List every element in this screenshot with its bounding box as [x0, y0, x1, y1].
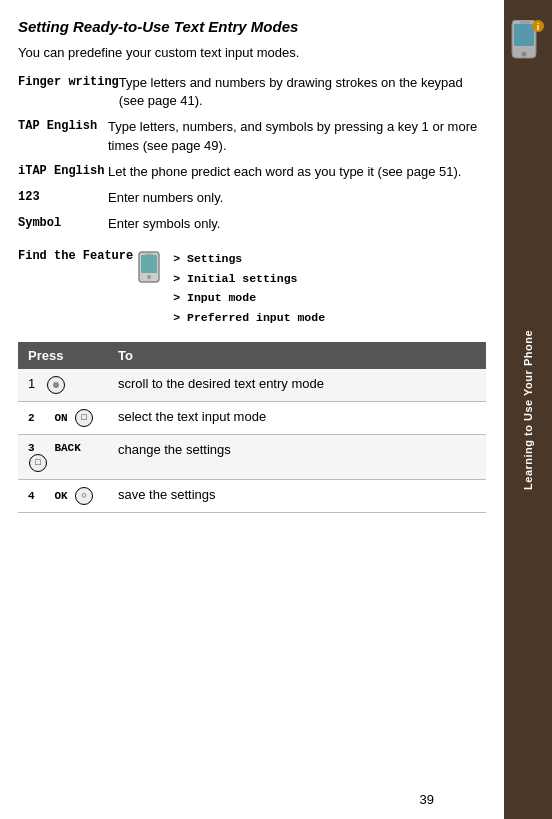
term-tap-english: TAP English: [18, 118, 108, 133]
svg-rect-1: [141, 255, 157, 273]
definition-list: Finger writing Type letters and numbers …: [18, 74, 486, 233]
row-1-num: 1: [18, 369, 108, 402]
table-row: 4 OK ○ save the settings: [18, 479, 486, 512]
header-to: To: [108, 342, 486, 369]
list-item: 123 Enter numbers only.: [18, 189, 486, 207]
table-row: 2 ON □ select the text input mode: [18, 401, 486, 434]
svg-text:i: i: [537, 22, 540, 32]
svg-rect-5: [514, 24, 534, 46]
sidebar-label: Learning to Use Your Phone: [522, 330, 534, 490]
row-2-press: 2 ON □: [18, 401, 108, 434]
find-feature-label: Find the Feature: [18, 249, 133, 263]
row-1-desc: scroll to the desired text entry mode: [108, 369, 486, 402]
page-number: 39: [420, 792, 434, 807]
term-itap-english: iTAP English: [18, 163, 108, 178]
feature-step-1: > Settings: [173, 249, 325, 269]
main-content: Setting Ready-to-Use Text Entry Modes Yo…: [0, 0, 504, 819]
back-button-icon: □: [29, 454, 47, 472]
desc-symbol: Enter symbols only.: [108, 215, 486, 233]
nav-button-icon: [47, 376, 65, 394]
row-3-desc: change the settings: [108, 434, 486, 479]
list-item: Finger writing Type letters and numbers …: [18, 74, 486, 110]
desc-123: Enter numbers only.: [108, 189, 486, 207]
row-3-press: 3 BACK □: [18, 434, 108, 479]
phone-icon: [133, 251, 165, 283]
term-123: 123: [18, 189, 108, 204]
desc-itap-english: Let the phone predict each word as you t…: [108, 163, 486, 181]
sidebar: i Learning to Use Your Phone: [504, 0, 552, 819]
feature-step-3: > Input mode: [173, 288, 325, 308]
desc-tap-english: Type letters, numbers, and symbols by pr…: [108, 118, 486, 154]
ok-button-icon: ○: [75, 487, 93, 505]
feature-step-2: > Initial settings: [173, 269, 325, 289]
header-press: Press: [18, 342, 108, 369]
table-row: 1 scroll to the desired text entry mode: [18, 369, 486, 402]
svg-rect-7: [520, 22, 530, 24]
sidebar-phone-icon: i: [510, 20, 546, 64]
list-item: TAP English Type letters, numbers, and s…: [18, 118, 486, 154]
svg-rect-3: [145, 254, 153, 256]
page-container: Setting Ready-to-Use Text Entry Modes Yo…: [0, 0, 552, 819]
list-item: Symbol Enter symbols only.: [18, 215, 486, 233]
intro-text: You can predefine your custom text input…: [18, 45, 486, 60]
steps-table: Press To 1 scroll to the desired text en…: [18, 342, 486, 513]
row-4-press: 4 OK ○: [18, 479, 108, 512]
feature-step-4: > Preferred input mode: [173, 308, 325, 328]
row-2-desc: select the text input mode: [108, 401, 486, 434]
list-item: iTAP English Let the phone predict each …: [18, 163, 486, 181]
desc-finger-writing: Type letters and numbers by drawing stro…: [119, 74, 486, 110]
svg-point-6: [522, 52, 527, 57]
table-header-row: Press To: [18, 342, 486, 369]
row-4-desc: save the settings: [108, 479, 486, 512]
table-row: 3 BACK □ change the settings: [18, 434, 486, 479]
svg-point-2: [147, 275, 151, 279]
on-button-icon: □: [75, 409, 93, 427]
feature-steps: > Settings > Initial settings > Input mo…: [173, 249, 325, 327]
term-symbol: Symbol: [18, 215, 108, 230]
page-title: Setting Ready-to-Use Text Entry Modes: [18, 18, 486, 35]
find-feature-content: > Settings > Initial settings > Input mo…: [133, 249, 325, 327]
find-feature-section: Find the Feature > Settings > Initial se…: [18, 249, 486, 327]
term-finger-writing: Finger writing: [18, 74, 119, 89]
